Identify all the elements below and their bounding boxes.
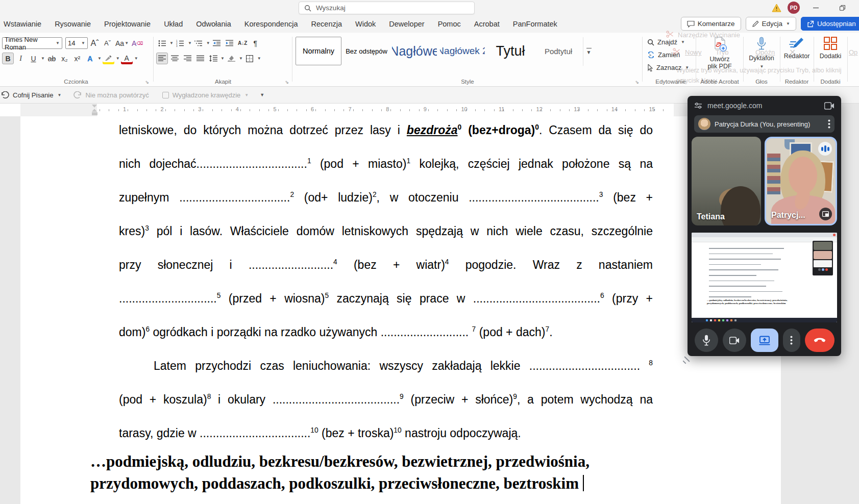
shading-button[interactable] (226, 53, 237, 64)
select-button[interactable]: Zaznacz▼ (647, 61, 694, 74)
style-6[interactable]: Podtytuł (535, 37, 581, 65)
camera-button[interactable] (723, 329, 746, 352)
share-button[interactable]: Udostępnian (801, 17, 859, 31)
answer-lines[interactable]: …podmiejską, odludziu, bezkresu/bezkresó… (90, 450, 682, 494)
document-line-1[interactable]: letniskowe, do których można dotrzeć prz… (119, 113, 653, 147)
participant-tile-patrycja[interactable]: Patrycj... (765, 137, 837, 225)
document-line-3[interactable]: zupełnym ...............................… (119, 181, 653, 214)
tab-rysowanie[interactable]: Rysowanie (48, 15, 97, 33)
screen-share-preview[interactable]: …podmiejską, odludziu, bezkresu/bezkresó… (692, 233, 837, 322)
tab-acrobat[interactable]: Acrobat (468, 15, 506, 33)
toolbar-overflow-button[interactable]: ▼ (260, 92, 264, 97)
videocam-icon[interactable] (824, 102, 835, 110)
present-screen-button[interactable] (751, 329, 778, 352)
clear-formatting-button[interactable]: A⌫ (131, 37, 144, 49)
document-line-10[interactable]: tarasy, gdzie w ........................… (119, 416, 653, 450)
expand-tile-icon[interactable] (819, 208, 832, 220)
tab-układ[interactable]: Układ (157, 15, 189, 33)
style-2[interactable]: Bez odstępów (343, 37, 389, 65)
create-pdf-button[interactable]: Utwórz plik PDF (697, 33, 742, 70)
resize-handle[interactable] (683, 356, 693, 365)
style-5[interactable]: Tytuł (487, 37, 533, 65)
change-case-button[interactable]: Aa▼ (114, 37, 130, 49)
document-line-4[interactable]: kres)3 pól i lasów. Właściciele domów le… (119, 214, 653, 248)
text-effects-button[interactable]: A (84, 53, 96, 64)
underline-button[interactable]: U (28, 53, 39, 64)
presenter-pill[interactable]: Patrycja Durka (You, presenting) (694, 115, 835, 133)
style-3[interactable]: Nagłówe (391, 37, 437, 65)
comments-button[interactable]: Komentarze (681, 17, 741, 31)
document-line-5[interactable]: przy słonecznej i ......................… (119, 248, 653, 282)
shrink-font-button[interactable]: Aˇ (102, 37, 113, 49)
highlight-button[interactable] (103, 53, 114, 64)
style-4[interactable]: Nagłówek 2 (439, 37, 485, 65)
find-button[interactable]: Znajdź▼ (647, 36, 694, 48)
horizontal-ruler[interactable]: 123456789101112131415 (0, 104, 781, 116)
addins-button[interactable]: Dodatki (815, 33, 846, 60)
document-text[interactable]: letniskowe, do których można dotrzeć prz… (119, 113, 653, 450)
editor-button[interactable]: Redaktor (781, 33, 813, 60)
font-name-combo[interactable]: Times New Roman▼ (2, 37, 62, 49)
styles-dialog-launcher[interactable]: ⇘ (635, 80, 639, 85)
google-meet-overlay[interactable]: meet.google.com Patrycja Durka (You, pre… (688, 96, 841, 356)
align-right-button[interactable] (182, 53, 193, 64)
multilevel-list-button[interactable] (193, 37, 205, 49)
tab-widok[interactable]: Widok (349, 15, 382, 33)
tab-recenzja[interactable]: Recenzja (305, 15, 349, 33)
bold-button[interactable]: B (2, 53, 14, 64)
tab-wstawianie[interactable]: Wstawianie (0, 15, 48, 33)
align-left-button[interactable] (156, 53, 168, 64)
document-line-7[interactable]: dom)6 ogródkach i porządki na rzadko uży… (119, 315, 653, 349)
account-avatar[interactable]: PD (788, 0, 800, 15)
undo-button[interactable]: Cofnij Pisanie▼ (1, 91, 61, 99)
sort-button[interactable]: A↓Z (237, 37, 249, 49)
tab-pomoc[interactable]: Pomoc (431, 15, 468, 33)
more-options-button[interactable] (783, 329, 800, 352)
align-center-button[interactable] (169, 53, 181, 64)
borders-button[interactable] (244, 53, 256, 64)
more-options-icon[interactable] (828, 119, 830, 129)
document-line-8[interactable]: Latem przychodzi czas leniuchowania: wsz… (119, 349, 653, 383)
document-line-9[interactable]: (pod + koszula)8 i okulary .............… (119, 383, 653, 416)
document-line-2[interactable]: nich dojechać...........................… (119, 147, 653, 181)
style-1[interactable]: Normalny (296, 37, 341, 65)
font-dialog-launcher[interactable]: ⇘ (145, 80, 149, 85)
justify-button[interactable] (194, 53, 206, 64)
editing-mode-button[interactable]: Edycja ▼ (746, 17, 796, 31)
font-size-combo[interactable]: 14▼ (65, 37, 88, 49)
styles-gallery-more-button[interactable]: ▼ (583, 37, 594, 66)
participant-tile-tetiana[interactable]: Tetiana (692, 137, 761, 225)
ruler-number: 3 (198, 106, 201, 112)
grow-font-button[interactable]: Aˆ (89, 37, 101, 49)
numbering-button[interactable]: 123 (175, 37, 186, 49)
minimize-button[interactable] (804, 0, 827, 15)
tab-odwołania[interactable]: Odwołania (189, 15, 238, 33)
document-line-6[interactable]: ..............................5 (przed +… (119, 282, 653, 315)
tab-deweloper[interactable]: Deweloper (382, 15, 431, 33)
line-spacing-button[interactable] (207, 53, 219, 64)
paragraph-dialog-launcher[interactable]: ⇘ (285, 80, 289, 85)
replace-button[interactable]: b Zamień (647, 48, 694, 61)
indent-marker[interactable] (92, 105, 97, 115)
microphone-button[interactable] (695, 329, 718, 352)
italic-button[interactable]: I (15, 53, 27, 64)
subscript-button[interactable]: x₂ (59, 53, 70, 64)
hang-up-button[interactable] (805, 329, 835, 352)
search-input[interactable]: Wyszukaj (299, 2, 475, 14)
tab-korespondencja[interactable]: Korespondencja (238, 15, 305, 33)
pilcrow-button[interactable]: ¶ (250, 37, 261, 49)
bullets-button[interactable] (156, 37, 168, 49)
tab-projektowanie[interactable]: Projektowanie (97, 15, 157, 33)
increase-indent-button[interactable] (224, 37, 236, 49)
superscript-button[interactable]: x² (71, 53, 83, 64)
decrease-indent-button[interactable] (211, 37, 223, 49)
tab-panformatek[interactable]: PanFormatek (506, 15, 564, 33)
redo-button: Nie można powtórzyć (73, 91, 149, 99)
font-color-button[interactable]: A (121, 53, 133, 64)
strikethrough-button[interactable]: ab (46, 53, 58, 64)
dictate-button[interactable]: Dyktafon ▼ (744, 33, 779, 69)
restore-button[interactable] (831, 0, 853, 15)
preview-answer-text: …podmiejską, odludziu, bezkresu/bezkresó… (707, 299, 799, 305)
tune-icon[interactable] (694, 102, 702, 109)
warning-icon[interactable] (772, 0, 781, 15)
